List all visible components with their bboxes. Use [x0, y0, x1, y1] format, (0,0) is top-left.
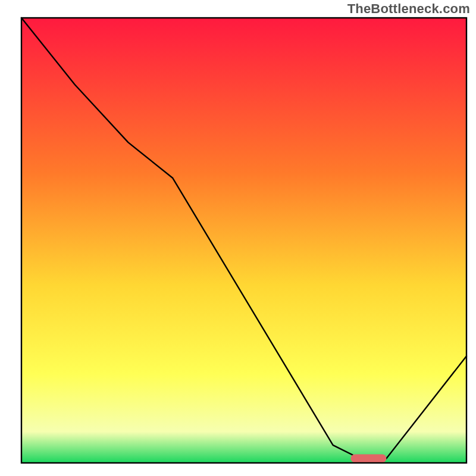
chart-container: TheBottleneck.com [0, 0, 476, 476]
optimal-marker [351, 455, 387, 463]
chart-background [21, 18, 466, 463]
chart-svg [0, 0, 476, 476]
